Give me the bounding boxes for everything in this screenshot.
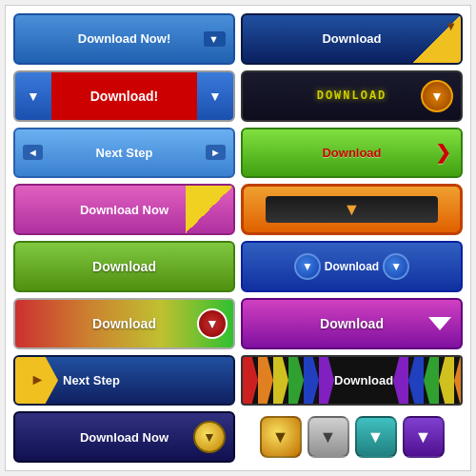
small-buttons-row: ▼ ▼ ▼ ▼ (241, 411, 463, 463)
download-darkblue-button[interactable]: Download ▼ (241, 13, 463, 65)
chevron-right-yellow (439, 357, 454, 405)
download-now-blue-button[interactable]: Download Now! ▼ (13, 13, 235, 65)
small-gray-button[interactable]: ▼ (307, 416, 349, 458)
down-arrow-icon: ▼ (204, 31, 226, 47)
download-multicolor-label: Download (92, 316, 156, 331)
download-rainbow-button[interactable]: Download (241, 355, 463, 407)
chevron-right-purple (393, 357, 408, 405)
download-orange-arrow: ▼ (344, 200, 361, 220)
right-arrow-section: ▼ (197, 72, 233, 120)
download-green-button[interactable]: Download (13, 241, 235, 292)
chevron-blue (304, 357, 319, 405)
gold-arrow-icon: ► (15, 357, 58, 405)
next-step-button[interactable]: ◄ Next Step ► (13, 128, 235, 179)
next-step-label: Next Step (96, 146, 153, 160)
circle-down-arrow-icon: ▼ (197, 308, 228, 339)
chevron-red (243, 357, 258, 405)
download-now-pink-label: Download Now (80, 203, 169, 217)
white-arrow-icon (428, 317, 451, 330)
chevron-green (288, 357, 304, 405)
chevron-right-orange (454, 357, 463, 405)
download-rainbow-label: Download (334, 373, 393, 387)
button-grid: Download Now! ▼ Download ▼ ▼ Download! ▼… (5, 5, 471, 471)
download-magenta-label: Download (320, 316, 384, 331)
circle-left-icon: ▼ (294, 253, 321, 280)
download-lcd-button[interactable]: DOWNLOAD ▼ (241, 70, 463, 122)
download-green-label: Download (92, 259, 156, 274)
download-darkblue-label: Download (322, 31, 381, 46)
download-bright-green-label: Download (322, 146, 381, 160)
lcd-arrow-icon: ▼ (421, 80, 453, 112)
chevrons-right-group (393, 357, 463, 405)
download-now-dark-label: Download Now (80, 430, 169, 445)
chevron-right-green (424, 357, 439, 405)
chevron-right-blue (408, 357, 424, 405)
download-multicolor-button[interactable]: Download ▼ (13, 298, 235, 349)
chevron-orange (258, 357, 273, 405)
left-arrow-section: ▼ (15, 72, 51, 120)
gold-circle-icon: ▼ (193, 421, 226, 453)
circle-right-icon: ▼ (383, 253, 409, 280)
small-gold-button[interactable]: ▼ (260, 416, 302, 458)
download-orange-inner: ▼ (266, 196, 439, 224)
small-teal-button[interactable]: ▼ (355, 416, 397, 458)
red-chevron-icon: ❯ (435, 141, 451, 164)
download-red-button[interactable]: ▼ Download! ▼ (13, 70, 235, 122)
corner-arrow-icon: ▼ (445, 19, 457, 33)
chevrons-left-group (243, 357, 334, 405)
left-chevron-icon: ◄ (23, 145, 43, 160)
small-purple-button[interactable]: ▼ (403, 416, 445, 458)
chevron-purple (319, 357, 334, 405)
download-circles-button[interactable]: ▼ Download ▼ (241, 241, 463, 292)
download-red-label: Download! (51, 72, 197, 120)
download-now-pink-button[interactable]: Download Now (13, 184, 235, 235)
chevron-yellow (273, 357, 288, 405)
download-orange-button[interactable]: ▼ (241, 184, 463, 235)
next-step-dark-label: Next Step (63, 373, 120, 387)
download-lcd-label: DOWNLOAD (317, 89, 387, 103)
download-circles-label: Download (325, 260, 379, 273)
download-bright-green-button[interactable]: Download ❯ (241, 128, 463, 179)
download-magenta-button[interactable]: Download (241, 298, 463, 349)
right-chevron-icon: ► (206, 145, 226, 160)
download-now-blue-label: Download Now! (78, 31, 171, 46)
next-step-dark-button[interactable]: ► Next Step (13, 355, 235, 407)
download-now-dark-button[interactable]: Download Now ▼ (13, 411, 235, 463)
